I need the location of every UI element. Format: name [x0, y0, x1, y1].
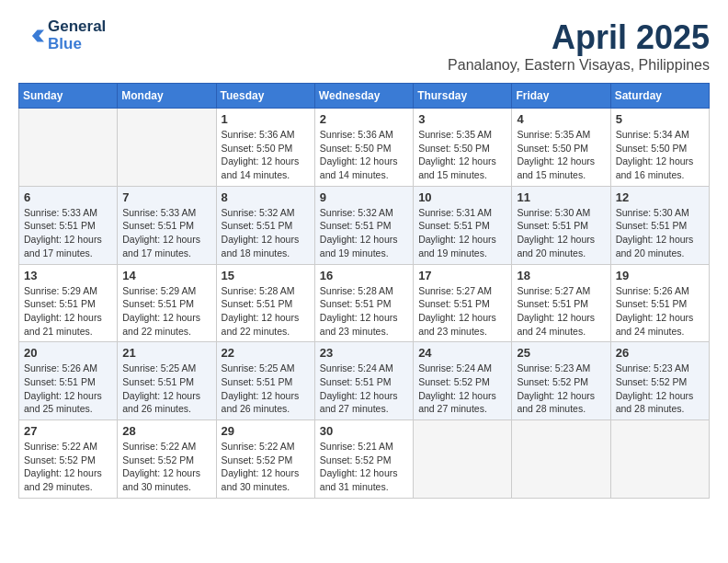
weekday-header-thursday: Thursday	[414, 84, 512, 109]
day-number: 19	[616, 269, 704, 282]
day-info: Sunrise: 5:33 AM Sunset: 5:51 PM Dayligh…	[24, 206, 112, 260]
calendar-week-row: 20Sunrise: 5:26 AM Sunset: 5:51 PM Dayli…	[19, 342, 710, 420]
day-number: 1	[222, 112, 310, 126]
calendar-cell	[19, 109, 118, 187]
calendar-cell: 9Sunrise: 5:32 AM Sunset: 5:51 PM Daylig…	[314, 186, 413, 264]
location-title: Panalanoy, Eastern Visayas, Philippines	[448, 57, 710, 74]
day-info: Sunrise: 5:30 AM Sunset: 5:51 PM Dayligh…	[517, 206, 605, 260]
day-number: 12	[616, 190, 704, 204]
calendar-cell: 8Sunrise: 5:32 AM Sunset: 5:51 PM Daylig…	[216, 186, 314, 264]
calendar-cell: 3Sunrise: 5:35 AM Sunset: 5:50 PM Daylig…	[414, 109, 512, 187]
weekday-header-tuesday: Tuesday	[216, 84, 314, 109]
day-number: 10	[418, 190, 506, 204]
calendar-cell: 4Sunrise: 5:35 AM Sunset: 5:50 PM Daylig…	[512, 109, 610, 187]
day-info: Sunrise: 5:27 AM Sunset: 5:51 PM Dayligh…	[418, 284, 506, 339]
day-number: 15	[222, 269, 310, 282]
calendar-cell: 17Sunrise: 5:27 AM Sunset: 5:51 PM Dayli…	[414, 264, 512, 342]
weekday-header-friday: Friday	[512, 84, 610, 109]
svg-marker-1	[32, 29, 44, 41]
day-number: 20	[24, 346, 112, 360]
calendar-cell: 12Sunrise: 5:30 AM Sunset: 5:51 PM Dayli…	[610, 186, 709, 264]
calendar-cell	[512, 420, 610, 499]
weekday-header-sunday: Sunday	[19, 84, 118, 109]
day-info: Sunrise: 5:24 AM Sunset: 5:52 PM Dayligh…	[418, 362, 506, 416]
calendar-cell: 25Sunrise: 5:23 AM Sunset: 5:52 PM Dayli…	[512, 342, 610, 420]
calendar-cell	[414, 420, 512, 499]
day-info: Sunrise: 5:25 AM Sunset: 5:51 PM Dayligh…	[222, 362, 310, 416]
day-number: 6	[24, 190, 112, 204]
day-info: Sunrise: 5:30 AM Sunset: 5:51 PM Dayligh…	[616, 206, 704, 260]
day-info: Sunrise: 5:23 AM Sunset: 5:52 PM Dayligh…	[517, 362, 605, 416]
day-number: 7	[122, 190, 210, 204]
calendar-cell: 7Sunrise: 5:33 AM Sunset: 5:51 PM Daylig…	[118, 186, 216, 264]
day-info: Sunrise: 5:32 AM Sunset: 5:51 PM Dayligh…	[222, 206, 310, 260]
calendar-cell: 14Sunrise: 5:29 AM Sunset: 5:51 PM Dayli…	[118, 264, 216, 342]
calendar-cell: 13Sunrise: 5:29 AM Sunset: 5:51 PM Dayli…	[19, 264, 118, 342]
day-info: Sunrise: 5:29 AM Sunset: 5:51 PM Dayligh…	[24, 284, 112, 339]
calendar-cell: 26Sunrise: 5:23 AM Sunset: 5:52 PM Dayli…	[610, 342, 709, 420]
calendar-cell: 11Sunrise: 5:30 AM Sunset: 5:51 PM Dayli…	[512, 186, 610, 264]
calendar-cell: 29Sunrise: 5:22 AM Sunset: 5:52 PM Dayli…	[216, 420, 314, 499]
day-info: Sunrise: 5:34 AM Sunset: 5:50 PM Dayligh…	[616, 128, 704, 182]
day-info: Sunrise: 5:26 AM Sunset: 5:51 PM Dayligh…	[616, 284, 704, 339]
calendar-cell: 27Sunrise: 5:22 AM Sunset: 5:52 PM Dayli…	[19, 420, 118, 499]
day-number: 18	[517, 269, 605, 282]
day-number: 3	[418, 112, 506, 126]
day-number: 16	[320, 269, 408, 282]
day-info: Sunrise: 5:35 AM Sunset: 5:50 PM Dayligh…	[517, 128, 605, 182]
day-number: 24	[418, 346, 506, 360]
calendar-cell: 6Sunrise: 5:33 AM Sunset: 5:51 PM Daylig…	[19, 186, 118, 264]
day-info: Sunrise: 5:26 AM Sunset: 5:51 PM Dayligh…	[24, 362, 112, 416]
day-number: 13	[24, 269, 112, 282]
day-info: Sunrise: 5:28 AM Sunset: 5:51 PM Dayligh…	[320, 284, 408, 339]
logo-text-general: General	[48, 18, 106, 36]
logo-icon	[18, 23, 44, 49]
calendar-table: SundayMondayTuesdayWednesdayThursdayFrid…	[18, 83, 710, 499]
day-info: Sunrise: 5:27 AM Sunset: 5:51 PM Dayligh…	[517, 284, 605, 339]
calendar-week-row: 13Sunrise: 5:29 AM Sunset: 5:51 PM Dayli…	[19, 264, 710, 342]
day-number: 30	[320, 424, 408, 438]
day-number: 21	[122, 346, 210, 360]
svg-rect-0	[18, 23, 44, 49]
calendar-cell: 16Sunrise: 5:28 AM Sunset: 5:51 PM Dayli…	[314, 264, 413, 342]
day-info: Sunrise: 5:33 AM Sunset: 5:51 PM Dayligh…	[122, 206, 210, 260]
weekday-header-row: SundayMondayTuesdayWednesdayThursdayFrid…	[19, 84, 710, 109]
calendar-cell: 15Sunrise: 5:28 AM Sunset: 5:51 PM Dayli…	[216, 264, 314, 342]
calendar-cell: 20Sunrise: 5:26 AM Sunset: 5:51 PM Dayli…	[19, 342, 118, 420]
page-header: General Blue April 2025 Panalanoy, Easte…	[18, 18, 710, 74]
weekday-header-monday: Monday	[118, 84, 216, 109]
day-number: 5	[616, 112, 704, 126]
day-info: Sunrise: 5:28 AM Sunset: 5:51 PM Dayligh…	[222, 284, 310, 339]
day-number: 23	[320, 346, 408, 360]
calendar-cell: 21Sunrise: 5:25 AM Sunset: 5:51 PM Dayli…	[118, 342, 216, 420]
calendar-cell: 1Sunrise: 5:36 AM Sunset: 5:50 PM Daylig…	[216, 109, 314, 187]
day-info: Sunrise: 5:24 AM Sunset: 5:51 PM Dayligh…	[320, 362, 408, 416]
weekday-header-wednesday: Wednesday	[314, 84, 413, 109]
day-info: Sunrise: 5:22 AM Sunset: 5:52 PM Dayligh…	[24, 440, 112, 494]
calendar-cell	[610, 420, 709, 499]
calendar-cell: 23Sunrise: 5:24 AM Sunset: 5:51 PM Dayli…	[314, 342, 413, 420]
day-number: 29	[222, 424, 310, 438]
day-info: Sunrise: 5:21 AM Sunset: 5:52 PM Dayligh…	[320, 440, 408, 494]
calendar-week-row: 6Sunrise: 5:33 AM Sunset: 5:51 PM Daylig…	[19, 186, 710, 264]
day-number: 11	[517, 190, 605, 204]
calendar-cell: 24Sunrise: 5:24 AM Sunset: 5:52 PM Dayli…	[414, 342, 512, 420]
day-info: Sunrise: 5:25 AM Sunset: 5:51 PM Dayligh…	[122, 362, 210, 416]
day-info: Sunrise: 5:23 AM Sunset: 5:52 PM Dayligh…	[616, 362, 704, 416]
calendar-cell: 28Sunrise: 5:22 AM Sunset: 5:52 PM Dayli…	[118, 420, 216, 499]
title-block: April 2025 Panalanoy, Eastern Visayas, P…	[448, 18, 710, 74]
calendar-week-row: 27Sunrise: 5:22 AM Sunset: 5:52 PM Dayli…	[19, 420, 710, 499]
day-info: Sunrise: 5:35 AM Sunset: 5:50 PM Dayligh…	[418, 128, 506, 182]
calendar-cell: 30Sunrise: 5:21 AM Sunset: 5:52 PM Dayli…	[314, 420, 413, 499]
calendar-cell	[118, 109, 216, 187]
day-info: Sunrise: 5:22 AM Sunset: 5:52 PM Dayligh…	[222, 440, 310, 494]
day-number: 14	[122, 269, 210, 282]
logo: General Blue	[18, 18, 106, 52]
day-info: Sunrise: 5:22 AM Sunset: 5:52 PM Dayligh…	[122, 440, 210, 494]
logo-text-blue: Blue	[48, 36, 106, 53]
day-number: 25	[517, 346, 605, 360]
day-info: Sunrise: 5:36 AM Sunset: 5:50 PM Dayligh…	[222, 128, 310, 182]
day-number: 2	[320, 112, 408, 126]
calendar-cell: 10Sunrise: 5:31 AM Sunset: 5:51 PM Dayli…	[414, 186, 512, 264]
calendar-cell: 19Sunrise: 5:26 AM Sunset: 5:51 PM Dayli…	[610, 264, 709, 342]
